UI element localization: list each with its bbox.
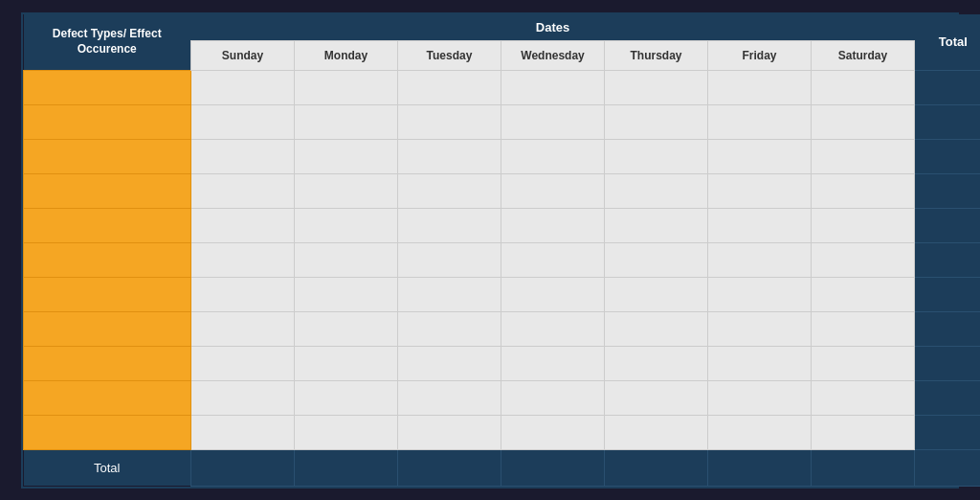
cell-mon-8[interactable] (295, 311, 398, 346)
cell-mon-4[interactable] (295, 173, 398, 208)
cell-tue-3[interactable] (398, 139, 501, 173)
cell-sun-4[interactable] (191, 173, 295, 208)
cell-fri-5[interactable] (708, 208, 812, 242)
total-2 (915, 104, 980, 139)
total-header: Total (915, 14, 980, 71)
cell-thu-4[interactable] (605, 173, 708, 208)
cell-tue-7[interactable] (398, 277, 501, 311)
total-7 (915, 277, 980, 311)
cell-sun-6[interactable] (191, 242, 295, 277)
table-row (24, 311, 981, 346)
cell-sun-11[interactable] (191, 415, 295, 449)
table-row (24, 70, 981, 104)
cell-sat-5[interactable] (812, 208, 915, 242)
cell-wed-4[interactable] (501, 173, 605, 208)
cell-thu-9[interactable] (605, 346, 708, 380)
cell-thu-7[interactable] (605, 277, 708, 311)
cell-mon-1[interactable] (295, 70, 398, 104)
cell-sun-9[interactable] (191, 346, 295, 380)
cell-thu-6[interactable] (605, 242, 708, 277)
total-1 (915, 70, 980, 104)
cell-tue-6[interactable] (398, 242, 501, 277)
cell-mon-11[interactable] (295, 415, 398, 449)
cell-tue-11[interactable] (398, 415, 501, 449)
cell-wed-11[interactable] (501, 415, 605, 449)
cell-sun-8[interactable] (191, 311, 295, 346)
cell-thu-3[interactable] (605, 139, 708, 173)
cell-wed-5[interactable] (501, 208, 605, 242)
total-row-fri (708, 449, 812, 486)
thursday-header: Thursday (605, 40, 708, 70)
defect-label-2 (24, 104, 191, 139)
defect-label-1 (24, 70, 191, 104)
total-5 (915, 208, 980, 242)
cell-sun-2[interactable] (191, 104, 295, 139)
cell-fri-10[interactable] (708, 380, 812, 415)
cell-wed-1[interactable] (501, 70, 605, 104)
monday-header: Monday (295, 40, 398, 70)
defect-label-10 (24, 380, 191, 415)
cell-thu-1[interactable] (605, 70, 708, 104)
cell-sat-9[interactable] (812, 346, 915, 380)
cell-fri-2[interactable] (708, 104, 812, 139)
cell-sat-4[interactable] (812, 173, 915, 208)
cell-sat-10[interactable] (812, 380, 915, 415)
total-9 (915, 346, 980, 380)
cell-fri-3[interactable] (708, 139, 812, 173)
total-row-total (915, 449, 980, 486)
cell-mon-3[interactable] (295, 139, 398, 173)
cell-tue-4[interactable] (398, 173, 501, 208)
total-3 (915, 139, 980, 173)
cell-thu-8[interactable] (605, 311, 708, 346)
cell-wed-9[interactable] (501, 346, 605, 380)
cell-sat-2[interactable] (812, 104, 915, 139)
cell-mon-5[interactable] (295, 208, 398, 242)
cell-tue-10[interactable] (398, 380, 501, 415)
cell-mon-9[interactable] (295, 346, 398, 380)
cell-tue-8[interactable] (398, 311, 501, 346)
cell-fri-1[interactable] (708, 70, 812, 104)
total-11 (915, 415, 980, 449)
cell-mon-10[interactable] (295, 380, 398, 415)
cell-tue-2[interactable] (398, 104, 501, 139)
cell-mon-6[interactable] (295, 242, 398, 277)
cell-sat-6[interactable] (812, 242, 915, 277)
cell-fri-8[interactable] (708, 311, 812, 346)
cell-wed-6[interactable] (501, 242, 605, 277)
cell-fri-6[interactable] (708, 242, 812, 277)
table-row (24, 242, 981, 277)
cell-wed-3[interactable] (501, 139, 605, 173)
cell-mon-2[interactable] (295, 104, 398, 139)
cell-tue-5[interactable] (398, 208, 501, 242)
cell-thu-5[interactable] (605, 208, 708, 242)
cell-sun-10[interactable] (191, 380, 295, 415)
cell-sun-7[interactable] (191, 277, 295, 311)
cell-fri-4[interactable] (708, 173, 812, 208)
cell-fri-9[interactable] (708, 346, 812, 380)
total-6 (915, 242, 980, 277)
cell-sat-3[interactable] (812, 139, 915, 173)
cell-wed-10[interactable] (501, 380, 605, 415)
cell-mon-7[interactable] (295, 277, 398, 311)
cell-thu-11[interactable] (605, 415, 708, 449)
cell-tue-9[interactable] (398, 346, 501, 380)
cell-sat-11[interactable] (812, 415, 915, 449)
cell-wed-7[interactable] (501, 277, 605, 311)
cell-sat-1[interactable] (812, 70, 915, 104)
table-row (24, 104, 981, 139)
table-row (24, 346, 981, 380)
cell-sun-5[interactable] (191, 208, 295, 242)
cell-sat-8[interactable] (812, 311, 915, 346)
cell-wed-2[interactable] (501, 104, 605, 139)
cell-sun-1[interactable] (191, 70, 295, 104)
cell-thu-10[interactable] (605, 380, 708, 415)
cell-sat-7[interactable] (812, 277, 915, 311)
saturday-header: Saturday (812, 40, 915, 70)
cell-tue-1[interactable] (398, 70, 501, 104)
cell-thu-2[interactable] (605, 104, 708, 139)
cell-sun-3[interactable] (191, 139, 295, 173)
cell-fri-7[interactable] (708, 277, 812, 311)
cell-wed-8[interactable] (501, 311, 605, 346)
cell-fri-11[interactable] (708, 415, 812, 449)
total-row-sun (191, 449, 295, 486)
